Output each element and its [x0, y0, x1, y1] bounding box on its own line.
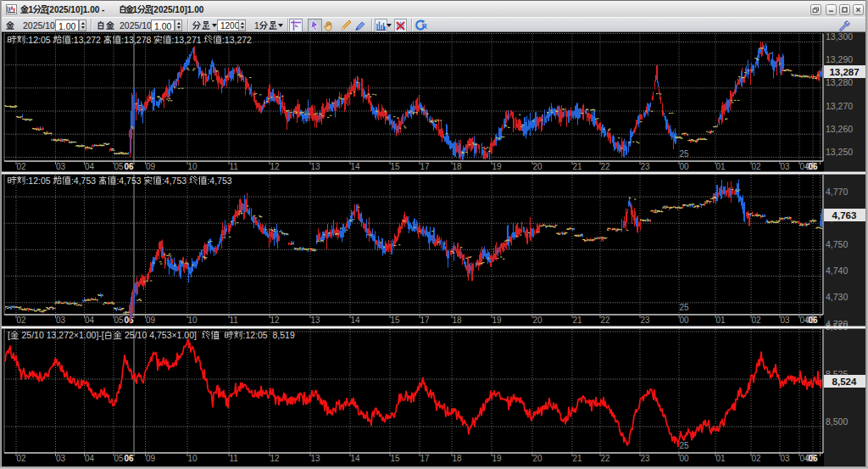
- svg-text:02: 02: [752, 454, 762, 463]
- svg-text:17: 17: [420, 315, 431, 325]
- svg-text:21: 21: [573, 162, 583, 171]
- svg-text:06: 06: [124, 162, 134, 171]
- svg-text:17: 17: [420, 162, 431, 171]
- svg-text:20: 20: [533, 162, 543, 171]
- svg-text::13,271: :13,271: [172, 35, 204, 45]
- svg-text:11: 11: [230, 454, 239, 463]
- svg-text::4,753: :4,753: [116, 176, 143, 186]
- svg-text:14: 14: [351, 162, 361, 171]
- svg-text:00: 00: [680, 454, 690, 463]
- svg-text:11: 11: [230, 162, 239, 171]
- svg-text:4,763: 4,763: [832, 210, 857, 221]
- svg-text:12: 12: [270, 162, 281, 171]
- svg-text:13: 13: [311, 315, 321, 325]
- svg-text:13: 13: [311, 162, 321, 171]
- svg-text:15: 15: [391, 162, 401, 171]
- svg-text:19: 19: [492, 454, 503, 463]
- svg-text:00: 00: [680, 315, 690, 325]
- svg-text:4,750: 4,750: [826, 239, 848, 249]
- svg-text::12:05: :12:05: [25, 35, 53, 45]
- svg-text:12: 12: [270, 454, 281, 463]
- svg-text:4,730: 4,730: [826, 292, 848, 302]
- svg-text:09: 09: [146, 162, 156, 171]
- svg-text:09: 09: [146, 454, 156, 463]
- svg-text:10: 10: [188, 454, 198, 463]
- svg-text:17: 17: [420, 454, 431, 463]
- svg-text:23: 23: [641, 315, 651, 325]
- svg-text:02: 02: [752, 162, 762, 171]
- svg-text:13,290: 13,290: [826, 54, 853, 64]
- svg-text:05: 05: [114, 162, 125, 171]
- svg-text::13,272: :13,272: [71, 35, 103, 45]
- svg-text:23: 23: [641, 454, 651, 463]
- svg-text:05: 05: [114, 315, 125, 325]
- svg-text:22: 22: [601, 454, 611, 463]
- svg-text::13,278: :13,278: [121, 35, 153, 45]
- svg-text:02: 02: [752, 315, 762, 325]
- svg-text:04: 04: [85, 162, 95, 171]
- svg-text:06: 06: [808, 162, 818, 171]
- svg-text:13,250: 13,250: [826, 147, 853, 157]
- svg-text:18: 18: [453, 315, 463, 325]
- svg-text:02: 02: [17, 454, 27, 463]
- svg-text:8,500: 8,500: [826, 416, 848, 427]
- svg-text:18: 18: [453, 454, 463, 463]
- svg-text:10: 10: [188, 315, 198, 325]
- svg-text:20: 20: [533, 315, 543, 325]
- svg-text:21: 21: [573, 454, 583, 463]
- svg-text:03: 03: [781, 315, 791, 325]
- svg-text:06: 06: [124, 315, 134, 325]
- svg-text:02: 02: [17, 162, 27, 171]
- svg-text:13,260: 13,260: [826, 124, 853, 134]
- svg-text:13,280: 13,280: [826, 77, 853, 87]
- svg-text:25/10 13,272×1.00]-[: 25/10 13,272×1.00]-[: [19, 330, 104, 340]
- svg-text:19: 19: [492, 315, 503, 325]
- svg-text:13: 13: [311, 454, 321, 463]
- svg-text:10: 10: [188, 162, 198, 171]
- svg-text:13,300: 13,300: [826, 31, 853, 42]
- svg-text::13,272: :13,272: [222, 35, 252, 45]
- svg-text:06: 06: [124, 454, 134, 463]
- svg-text:21: 21: [573, 315, 583, 325]
- svg-text:00: 00: [680, 162, 690, 171]
- svg-text:25/10 4,753×1.00]: 25/10 4,753×1.00]: [122, 330, 202, 340]
- svg-text:03: 03: [781, 162, 791, 171]
- svg-text::12:05: :12:05: [25, 176, 53, 186]
- svg-text:4,740: 4,740: [826, 265, 848, 276]
- svg-text:03: 03: [56, 454, 66, 463]
- svg-text:06: 06: [808, 315, 818, 325]
- svg-text:12: 12: [270, 315, 281, 325]
- svg-text:25: 25: [680, 441, 690, 450]
- svg-text:01: 01: [716, 315, 726, 325]
- svg-text:04: 04: [85, 315, 95, 325]
- svg-text:01: 01: [716, 454, 726, 463]
- svg-text:23: 23: [641, 162, 651, 171]
- svg-text:18: 18: [453, 162, 463, 171]
- svg-text:19: 19: [492, 162, 503, 171]
- svg-text:01: 01: [716, 162, 726, 171]
- svg-text:8,524: 8,524: [832, 377, 857, 387]
- svg-text:[: [: [8, 330, 10, 340]
- svg-text:15: 15: [391, 454, 401, 463]
- svg-text:06: 06: [808, 454, 818, 463]
- svg-text:13,270: 13,270: [826, 101, 853, 111]
- svg-text::4,753: :4,753: [207, 176, 231, 186]
- svg-text:13,287: 13,287: [829, 67, 859, 77]
- svg-text:22: 22: [601, 315, 611, 325]
- svg-text:02: 02: [17, 315, 27, 325]
- svg-text:03: 03: [56, 315, 66, 325]
- svg-text:11: 11: [230, 315, 239, 325]
- svg-text:22: 22: [601, 162, 611, 171]
- svg-text:25: 25: [680, 149, 690, 159]
- svg-text:14: 14: [351, 454, 361, 463]
- svg-text:14: 14: [351, 315, 361, 325]
- svg-text::4,753: :4,753: [162, 176, 189, 186]
- svg-text:25: 25: [680, 303, 690, 312]
- svg-text:03: 03: [56, 162, 66, 171]
- svg-text:03: 03: [781, 454, 791, 463]
- svg-text:05: 05: [114, 454, 125, 463]
- svg-text:15: 15: [391, 315, 401, 325]
- svg-text::4,753: :4,753: [71, 176, 98, 186]
- svg-text:4,770: 4,770: [826, 187, 848, 197]
- svg-text:R: R: [422, 22, 427, 31]
